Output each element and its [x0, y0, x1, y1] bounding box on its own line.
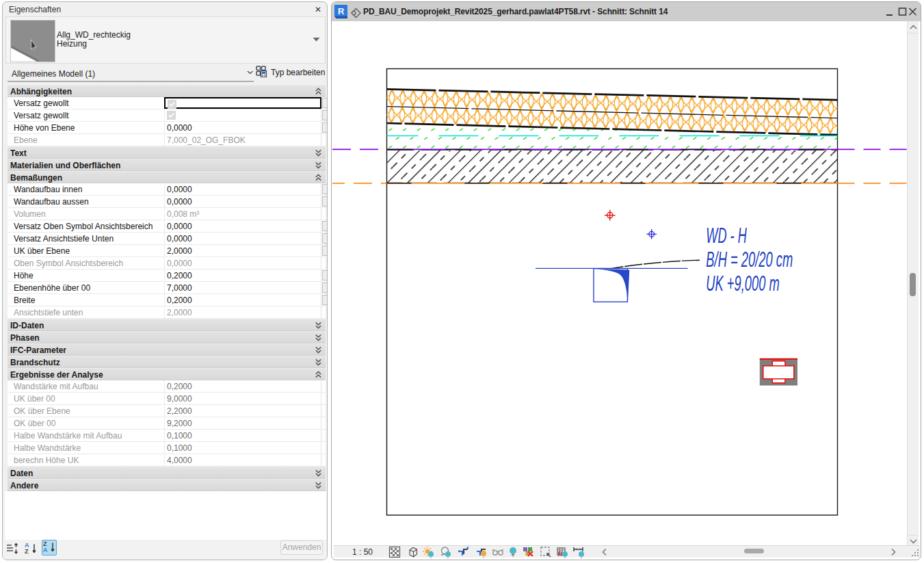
svg-text:Z: Z [25, 548, 29, 555]
svg-text:A: A [43, 547, 48, 553]
svg-text:WD - H: WD - H [706, 222, 747, 248]
svg-text:UK +9,000 m: UK +9,000 m [706, 271, 779, 296]
svg-text:B/H = 20/20 cm: B/H = 20/20 cm [706, 246, 793, 272]
svg-text:R: R [338, 6, 345, 16]
